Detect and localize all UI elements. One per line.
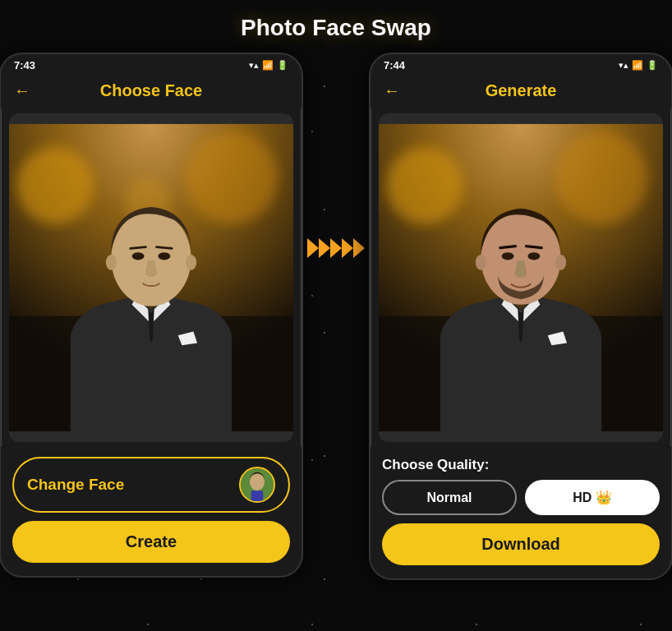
back-button-left[interactable]: ← (14, 81, 30, 100)
svg-point-25 (481, 213, 560, 305)
header-title-left: Choose Face (100, 81, 202, 100)
arrows-row (307, 233, 365, 263)
quality-hd-button[interactable]: HD 👑 (525, 480, 660, 515)
status-icons-left: ▾▴ 📶 🔋 (249, 60, 288, 71)
phone-left: 7:43 ▾▴ 📶 🔋 ← Choose Face (0, 53, 303, 578)
wifi-icon-left: 📶 (262, 60, 274, 71)
svg-point-7 (132, 252, 145, 260)
svg-rect-14 (251, 491, 264, 501)
svg-marker-18 (342, 238, 353, 258)
svg-point-2 (186, 131, 278, 223)
phone-right: 7:44 ▾▴ 📶 🔋 ← Generate (369, 53, 672, 580)
svg-point-22 (555, 131, 647, 223)
svg-point-9 (106, 255, 117, 270)
photo-area-left (9, 113, 293, 442)
svg-marker-16 (319, 238, 330, 258)
status-icons-right: ▾▴ 📶 🔋 (619, 60, 658, 71)
phone-bottom-left: Change Face Create (1, 447, 301, 576)
create-label: Create (126, 532, 177, 550)
photo-area-right (379, 113, 663, 442)
phone-bottom-right: Choose Quality: Normal HD 👑 Download (371, 447, 671, 578)
svg-point-6 (111, 211, 191, 306)
quality-section: Choose Quality: Normal HD 👑 (382, 457, 660, 515)
back-button-right[interactable]: ← (384, 81, 400, 100)
quality-hd-label: HD 👑 (573, 491, 612, 504)
svg-point-29 (555, 255, 566, 270)
page-title: Photo Face Swap (0, 0, 672, 53)
status-bar-left: 7:43 ▾▴ 📶 🔋 (1, 54, 301, 75)
quality-normal-button[interactable]: Normal (382, 480, 517, 515)
quality-options: Normal HD 👑 (382, 480, 660, 515)
arrow-container (303, 53, 369, 263)
svg-point-1 (16, 147, 94, 224)
svg-point-28 (476, 255, 486, 270)
phone-header-right: ← Generate (371, 75, 671, 108)
header-title-right: Generate (486, 81, 557, 100)
svg-point-26 (502, 252, 514, 260)
quality-label: Choose Quality: (382, 457, 660, 473)
battery-icon-right: 🔋 (647, 60, 658, 71)
change-face-label: Change Face (27, 476, 124, 494)
status-time-left: 7:43 (14, 59, 35, 71)
phone-header-left: ← Choose Face (1, 75, 301, 108)
svg-point-27 (527, 252, 540, 260)
wifi-icon-right: 📶 (632, 60, 643, 71)
face-thumbnail (239, 467, 275, 503)
signal-icon-left: ▾▴ (249, 60, 259, 71)
create-button[interactable]: Create (12, 521, 290, 563)
phones-container: 7:43 ▾▴ 📶 🔋 ← Choose Face (0, 53, 672, 580)
svg-marker-19 (353, 238, 365, 258)
download-button[interactable]: Download (382, 523, 660, 565)
signal-icon-right: ▾▴ (619, 60, 628, 71)
status-time-right: 7:44 (384, 59, 405, 71)
svg-marker-17 (330, 238, 342, 258)
change-face-button[interactable]: Change Face (12, 457, 290, 513)
quality-normal-label: Normal (426, 491, 472, 504)
svg-point-21 (386, 147, 463, 224)
svg-point-10 (186, 255, 196, 270)
svg-point-8 (158, 252, 170, 260)
status-bar-right: 7:44 ▾▴ 📶 🔋 (371, 54, 671, 75)
download-label: Download (481, 535, 560, 553)
svg-marker-15 (307, 238, 319, 258)
battery-icon-left: 🔋 (277, 60, 288, 71)
